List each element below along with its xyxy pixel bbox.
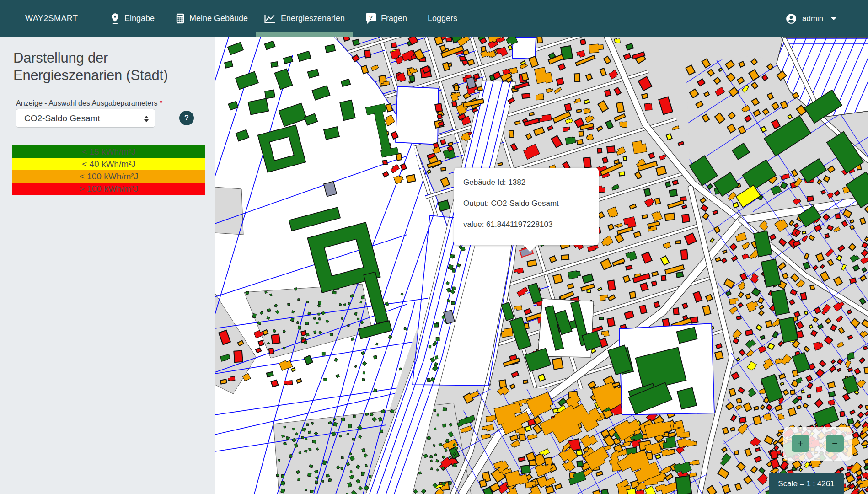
- svg-text:?: ?: [369, 14, 373, 21]
